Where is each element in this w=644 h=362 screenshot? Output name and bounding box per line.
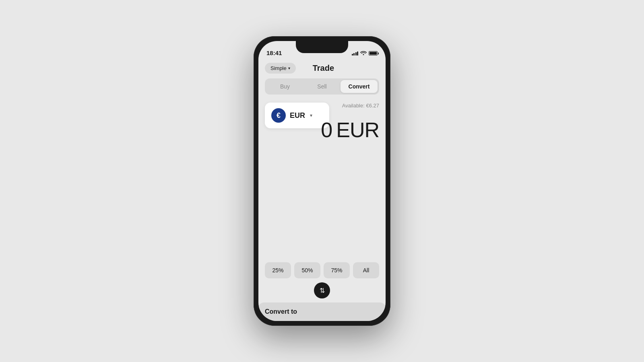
spacer [265, 146, 379, 262]
convert-to-label: Convert to [265, 308, 297, 315]
signal-icon [352, 51, 359, 56]
tab-bar: Buy Sell Convert [265, 78, 379, 95]
pct-75-button[interactable]: 75% [324, 262, 350, 278]
status-time: 18:41 [266, 49, 282, 56]
battery-icon [369, 51, 378, 56]
tab-convert[interactable]: Convert [341, 80, 378, 93]
simple-chevron-icon: ▾ [288, 66, 290, 70]
swap-button[interactable]: ⇅ [314, 282, 330, 298]
currency-chevron-icon: ▾ [310, 113, 312, 118]
pct-50-button[interactable]: 50% [294, 262, 320, 278]
pct-25-button[interactable]: 25% [265, 262, 291, 278]
simple-label: Simple [270, 65, 287, 71]
page-title: Trade [313, 64, 334, 73]
amount-currency: EUR [336, 118, 379, 142]
phone-screen: 18:41 [258, 41, 386, 321]
notch [296, 41, 348, 53]
available-balance: Available: €6.27 [342, 103, 379, 109]
amount-section: 0 EUR [265, 118, 379, 142]
tab-buy[interactable]: Buy [266, 80, 303, 93]
tab-sell[interactable]: Sell [303, 80, 341, 93]
swap-row: ⇅ [265, 282, 379, 298]
phone-frame: 18:41 [254, 36, 390, 326]
screen-content: Simple ▾ Trade Buy Sell Convert € EUR [258, 59, 386, 321]
pct-all-button[interactable]: All [353, 262, 379, 278]
swap-icon: ⇅ [320, 287, 325, 294]
header: Simple ▾ Trade [265, 59, 379, 78]
percentage-row: 25% 50% 75% All [265, 262, 379, 278]
amount-value: 0 [321, 118, 332, 142]
simple-dropdown-button[interactable]: Simple ▾ [265, 63, 296, 74]
wifi-icon [360, 50, 367, 56]
status-icons [352, 50, 378, 56]
amount-display[interactable]: 0 EUR [321, 118, 379, 142]
convert-to-section: Convert to [258, 302, 386, 321]
